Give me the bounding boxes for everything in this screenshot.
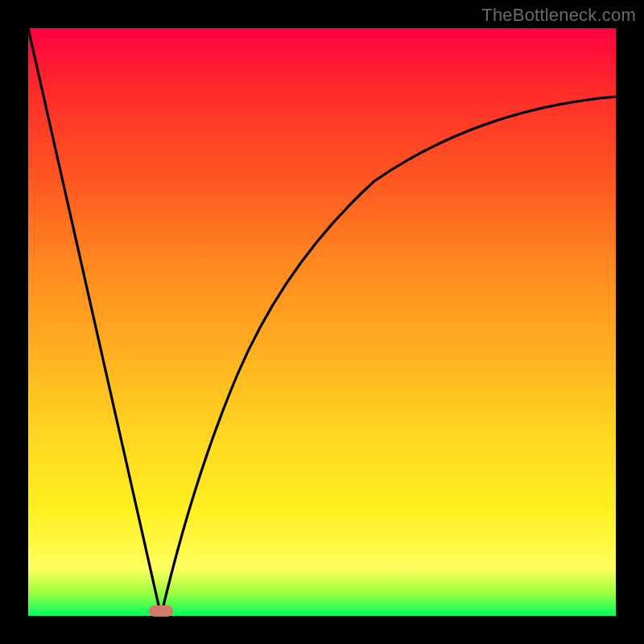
bottleneck-marker [149, 605, 173, 617]
chart-frame: TheBottleneck.com [0, 0, 644, 644]
source-credit: TheBottleneck.com [481, 5, 636, 26]
curve-right [161, 97, 616, 616]
curve-left [28, 28, 161, 616]
bottleneck-curve [28, 28, 616, 616]
plot-area [28, 28, 616, 616]
